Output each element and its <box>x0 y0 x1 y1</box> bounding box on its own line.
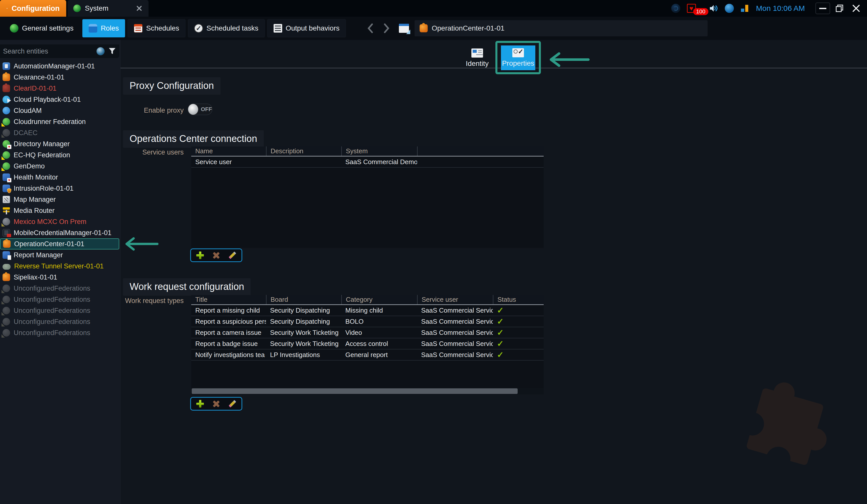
tab-output-behaviors[interactable]: Output behaviors <box>267 19 346 37</box>
tab-scheduled-tasks[interactable]: Scheduled tasks <box>188 19 265 37</box>
entity-row[interactable]: AutomationManager-01-01 <box>0 61 119 72</box>
entity-row[interactable]: Report Manager <box>0 250 119 261</box>
entity-row[interactable]: Mexico MCXC On Prem <box>0 216 119 227</box>
entity-row[interactable]: Health Monitor <box>0 172 119 183</box>
column-header-title[interactable]: Title <box>191 295 266 304</box>
entity-row[interactable]: UnconfiguredFederations <box>0 305 119 316</box>
entity-row[interactable]: Reverse Tunnel Server-01-01 <box>0 261 119 272</box>
tab-roles[interactable]: Roles <box>82 19 125 37</box>
edit-button[interactable] <box>228 251 237 260</box>
entity-row[interactable]: Directory Manager <box>0 138 119 150</box>
entity-row[interactable]: EC-HQ Federation <box>0 150 119 161</box>
entity-label: Sipeliax-01-01 <box>14 273 57 281</box>
entity-sidebar: AutomationManager-01-01 Clearance-01-01 … <box>0 40 120 504</box>
entity-row[interactable]: UnconfiguredFederations <box>0 294 119 305</box>
table-row[interactable]: Notify investigations tea LP Investigati… <box>191 350 544 361</box>
close-tab-icon[interactable] <box>136 4 143 12</box>
mobile-credential-icon <box>2 229 10 237</box>
federation-gray-icon <box>2 318 10 326</box>
restore-button[interactable] <box>832 2 847 14</box>
entity-row[interactable]: MobileCredentialManager-01-01 <box>0 227 119 238</box>
table-row[interactable]: Report a missing child Security Dispatch… <box>191 305 544 316</box>
tab-general-settings[interactable]: General settings <box>3 19 80 37</box>
task-tab-system[interactable]: System <box>68 0 149 17</box>
entity-label: UnconfiguredFederations <box>14 329 90 337</box>
entity-label: MobileCredentialManager-01-01 <box>14 229 111 237</box>
entity-row[interactable]: UnconfiguredFederations <box>0 283 119 294</box>
column-header-service-user[interactable]: Service user <box>417 295 493 304</box>
main-panel: Identity Properties Proxy Configuration … <box>120 40 867 504</box>
delete-button[interactable] <box>212 399 221 408</box>
entity-row[interactable]: DCAEC <box>0 127 119 138</box>
puzzle-icon <box>420 24 428 32</box>
column-header-system[interactable]: System <box>341 146 417 156</box>
entity-label: CloudAM <box>14 107 42 114</box>
edit-button[interactable] <box>228 399 237 408</box>
search-scope-globe-icon[interactable] <box>96 47 105 55</box>
nav-back-button[interactable] <box>364 21 377 35</box>
entity-label: Report Manager <box>14 251 63 259</box>
entity-row[interactable]: Map Manager <box>0 194 119 205</box>
table-row[interactable]: Report a suspicious pers Security Dispat… <box>191 316 544 327</box>
cloud-am-icon <box>2 107 10 114</box>
nav-forward-button[interactable] <box>380 21 393 35</box>
home-icon <box>7 4 8 12</box>
entity-label: Cloud Playback-01-01 <box>14 96 81 103</box>
table-header-row: Title Board Category Service user Status <box>191 295 544 305</box>
cell-category: Missing child <box>341 307 417 314</box>
globe-tray-icon[interactable] <box>725 4 734 13</box>
entity-row[interactable]: UnconfiguredFederations <box>0 316 119 327</box>
speaker-icon[interactable] <box>709 4 718 13</box>
cell-service-user: SaaS Commercial Servic <box>417 318 493 326</box>
table-row[interactable]: Report a camera issue Security Work Tick… <box>191 327 544 338</box>
delete-button[interactable] <box>212 251 221 260</box>
entity-row[interactable]: Media Router <box>0 205 119 216</box>
app-tab-label: Configuration <box>12 4 60 13</box>
genetec-tray-icon[interactable] <box>671 4 680 13</box>
column-header-board[interactable]: Board <box>266 295 341 304</box>
cell-title: Report a suspicious pers <box>191 318 266 326</box>
entity-row[interactable]: ClearID-01-01 <box>0 83 119 94</box>
entity-row[interactable]: GenDemo <box>0 161 119 172</box>
scrollbar-thumb[interactable] <box>192 388 518 394</box>
history-icon[interactable] <box>399 24 409 33</box>
status-check-icon: ✓ <box>493 350 544 360</box>
entity-row[interactable]: Cloud Playback-01-01 <box>0 94 119 105</box>
column-header-name[interactable]: Name <box>191 146 266 156</box>
enable-proxy-toggle[interactable]: OFF <box>188 103 213 115</box>
automation-icon <box>2 62 10 70</box>
filter-funnel-icon[interactable] <box>108 47 116 55</box>
search-input[interactable] <box>3 47 93 55</box>
app-tab-configuration[interactable]: Configuration <box>0 0 66 17</box>
column-header-status[interactable]: Status <box>493 295 544 304</box>
breadcrumb[interactable]: OperationCenter-01-01 <box>415 20 708 36</box>
table-row[interactable]: Service user SaaS Commercial Demo <box>191 156 544 168</box>
entity-row[interactable]: IntrusionRole-01-01 <box>0 183 119 194</box>
entity-row[interactable]: OperationCenter-01-01 <box>0 238 119 250</box>
table-header-row: Name Description System <box>191 146 544 156</box>
add-button[interactable] <box>195 399 205 408</box>
tab-schedules[interactable]: Schedules <box>128 19 185 37</box>
column-header-description[interactable]: Description <box>266 146 341 156</box>
add-button[interactable] <box>195 251 205 260</box>
breadcrumb-label: OperationCenter-01-01 <box>432 24 504 32</box>
cell-title: Report a missing child <box>191 307 266 314</box>
close-button[interactable] <box>849 2 864 14</box>
table-row[interactable]: Report a badge issue Security Work Ticke… <box>191 338 544 350</box>
tab-separator-line <box>120 68 867 68</box>
column-header-category[interactable]: Category <box>341 295 417 304</box>
entity-row[interactable]: Sipeliax-01-01 <box>0 272 119 283</box>
federation-gray-icon <box>2 218 10 226</box>
entity-row[interactable]: CloudAM <box>0 105 119 116</box>
enable-proxy-label: Enable proxy <box>120 107 184 114</box>
clock[interactable]: Mon 10:06 AM <box>756 4 805 13</box>
health-tray-icon[interactable]: ♥ 100 <box>687 4 696 13</box>
cell-system: SaaS Commercial Demo <box>341 158 417 166</box>
minimize-button[interactable] <box>815 2 830 14</box>
tab-label: Schedules <box>146 24 179 32</box>
entity-row[interactable]: UnconfiguredFederations <box>0 327 119 338</box>
entity-row[interactable]: Clearance-01-01 <box>0 72 119 83</box>
network-icon[interactable] <box>740 4 750 13</box>
entity-row[interactable]: Cloudrunner Federation <box>0 116 119 127</box>
view-tab-identity[interactable]: Identity <box>464 47 490 69</box>
